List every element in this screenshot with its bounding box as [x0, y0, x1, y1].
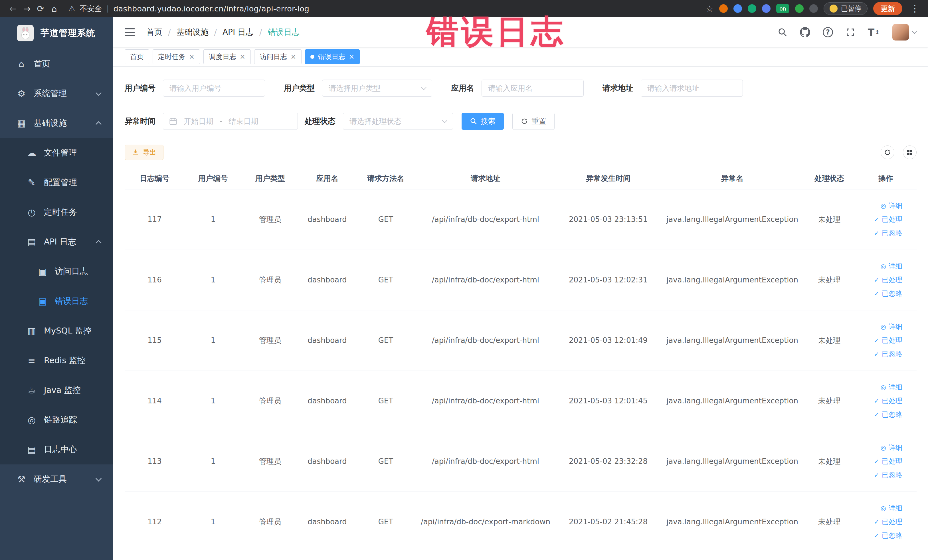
extension-leaf-icon[interactable]: [795, 4, 804, 13]
refresh-table-button[interactable]: [881, 145, 894, 159]
processed-link[interactable]: ✓已处理: [874, 214, 902, 225]
close-icon[interactable]: ×: [240, 53, 245, 61]
tab-access-log[interactable]: 访问日志 ×: [254, 49, 302, 64]
sidebar-collapse-icon[interactable]: [125, 28, 135, 36]
tab-error-log[interactable]: 错误日志 ×: [305, 49, 360, 64]
detail-link[interactable]: ◎详细: [881, 442, 902, 453]
sidebar-item-error-log[interactable]: ▣ 错误日志: [0, 287, 113, 316]
app-header: 首页 / 基础设施 / API 日志 / 错误日志 ? T↕: [113, 17, 928, 47]
ignored-link[interactable]: ✓已忽略: [874, 469, 902, 481]
view-icon: ◎: [881, 384, 886, 391]
browser-home-icon[interactable]: ⌂: [47, 4, 61, 14]
ignored-link[interactable]: ✓已忽略: [874, 529, 902, 542]
extension-blue-icon[interactable]: [733, 4, 742, 13]
sidebar-item-access-log[interactable]: ▣ 访问日志: [0, 257, 113, 287]
extension-grid-icon[interactable]: [762, 4, 771, 13]
start-date-placeholder: 开始日期: [184, 116, 214, 127]
sidebar-item-dev-tools[interactable]: ⚒ 研发工具: [0, 464, 113, 494]
close-icon[interactable]: ×: [290, 53, 296, 61]
github-icon[interactable]: [800, 27, 810, 37]
processed-link[interactable]: ✓已处理: [874, 274, 902, 286]
sidebar-item-link-tracing[interactable]: ◎ 链路追踪: [0, 405, 113, 435]
cloud-icon: ☁: [25, 148, 38, 158]
detail-link[interactable]: ◎详细: [881, 200, 902, 212]
process-status-label: 处理状态: [305, 116, 336, 127]
tab-scheduled-tasks[interactable]: 定时任务 ×: [153, 49, 200, 64]
exception-time-label: 异常时间: [125, 116, 156, 127]
user-id-input[interactable]: [163, 79, 265, 97]
extension-green-icon[interactable]: [748, 4, 756, 13]
extension-on-badge[interactable]: on: [776, 4, 789, 13]
table-row: 113 1 管理员 dashboard GET /api/infra/db-do…: [125, 431, 917, 491]
table-header-row: 日志编号 用户编号 用户类型 应用名 请求方法名 请求地址 异常发生时间 异常名…: [125, 168, 917, 189]
ignored-link[interactable]: ✓已忽略: [874, 227, 902, 239]
browser-back-icon[interactable]: ←: [6, 4, 20, 14]
ignored-link[interactable]: ✓已忽略: [874, 288, 902, 299]
error-log-table: 日志编号 用户编号 用户类型 应用名 请求方法名 请求地址 异常发生时间 异常名…: [125, 168, 917, 552]
col-request-url: 请求地址: [416, 168, 556, 189]
sidebar-item-home[interactable]: ⌂ 首页: [0, 49, 113, 79]
detail-link[interactable]: ◎详细: [881, 381, 902, 393]
sidebar-item-mysql-monitor[interactable]: ▥ MySQL 监控: [0, 316, 113, 346]
close-icon[interactable]: ×: [189, 53, 195, 61]
font-size-icon[interactable]: T↕: [868, 26, 880, 38]
search-button[interactable]: 搜索: [462, 113, 504, 130]
process-status-select[interactable]: 请选择处理状态: [343, 113, 453, 130]
processed-link[interactable]: ✓已处理: [874, 395, 902, 407]
access-log-icon: ▣: [36, 266, 49, 277]
processed-link[interactable]: ✓已处理: [874, 334, 902, 346]
detail-link[interactable]: ◎详细: [881, 260, 902, 272]
browser-update-button[interactable]: 更新: [873, 2, 902, 15]
reset-button[interactable]: 重置: [512, 113, 554, 130]
processed-link[interactable]: ✓已处理: [874, 455, 902, 467]
extension-paw-icon[interactable]: [809, 4, 818, 13]
app-name-input[interactable]: [482, 79, 584, 97]
check-icon: ✓: [874, 276, 879, 284]
processed-link[interactable]: ✓已处理: [874, 516, 902, 528]
browser-reload-icon[interactable]: ⟳: [34, 4, 47, 14]
sidebar-item-scheduled-tasks[interactable]: ◷ 定时任务: [0, 197, 113, 227]
breadcrumb-home[interactable]: 首页: [147, 27, 162, 38]
ignored-link[interactable]: ✓已忽略: [874, 348, 902, 360]
sidebar-item-java-monitor[interactable]: ☕ Java 监控: [0, 375, 113, 405]
browser-menu-icon[interactable]: ⋮: [908, 3, 922, 14]
app-logo[interactable]: 芋道管理系统: [0, 17, 113, 49]
sidebar-item-api-logs[interactable]: ▤ API 日志: [0, 227, 113, 257]
gear-icon: ⚙: [15, 88, 28, 99]
sidebar-item-system-management[interactable]: ⚙ 系统管理: [0, 79, 113, 108]
user-type-select[interactable]: 请选择用户类型: [322, 79, 432, 97]
address-bar[interactable]: ⚠ 不安全 | dashboard.yudao.iocoder.cn/infra…: [69, 4, 309, 14]
sidebar-item-infrastructure[interactable]: ▦ 基础设施: [0, 108, 113, 138]
sidebar-item-config-management[interactable]: ✎ 配置管理: [0, 168, 113, 197]
extension-orange-icon[interactable]: [719, 4, 728, 13]
breadcrumb-api-logs[interactable]: API 日志: [223, 27, 253, 38]
check-icon: ✓: [874, 518, 879, 525]
ignored-link[interactable]: ✓已忽略: [874, 409, 902, 421]
bookmark-star-icon[interactable]: ☆: [706, 4, 713, 14]
tab-home[interactable]: 首页: [125, 49, 149, 64]
fullscreen-icon[interactable]: [846, 27, 855, 37]
tab-scheduler-log[interactable]: 调度日志 ×: [203, 49, 251, 64]
breadcrumb-infrastructure[interactable]: 基础设施: [176, 27, 208, 38]
user-avatar[interactable]: [892, 24, 916, 41]
request-url-input[interactable]: [641, 79, 743, 97]
col-log-id: 日志编号: [125, 168, 185, 189]
detail-link[interactable]: ◎详细: [881, 502, 902, 514]
close-icon[interactable]: ×: [349, 53, 354, 61]
column-settings-button[interactable]: [903, 145, 917, 159]
sidebar-item-log-center[interactable]: ▤ 日志中心: [0, 435, 113, 464]
sidebar-item-redis-monitor[interactable]: ≡ Redis 监控: [0, 346, 113, 375]
home-icon: ⌂: [15, 58, 28, 69]
exception-time-range-picker[interactable]: 开始日期 - 结束日期: [163, 113, 298, 130]
browser-forward-icon[interactable]: →: [20, 4, 34, 14]
check-icon: ✓: [874, 397, 879, 404]
help-icon[interactable]: ?: [823, 27, 833, 37]
sidebar-item-file-management[interactable]: ☁ 文件管理: [0, 138, 113, 168]
pencil-icon: ✎: [25, 177, 38, 188]
check-icon: ✓: [874, 216, 879, 223]
export-button[interactable]: 导出: [125, 145, 163, 160]
detail-link[interactable]: ◎详细: [881, 320, 902, 333]
paused-extension-button[interactable]: 已暂停: [824, 2, 867, 15]
search-icon[interactable]: [778, 27, 788, 37]
calendar-icon: [169, 117, 177, 125]
